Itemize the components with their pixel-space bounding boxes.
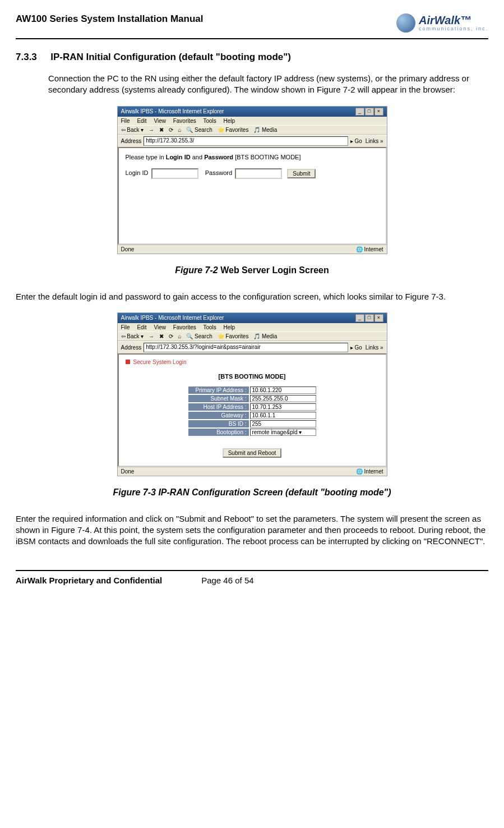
search-button[interactable]: 🔍 Search — [186, 127, 212, 133]
stop-button[interactable]: ✖ — [159, 333, 164, 339]
menubar: File Edit View Favorites Tools Help — [118, 323, 387, 332]
footer-page: Page 46 of 54 — [201, 576, 253, 585]
home-button[interactable]: ⌂ — [178, 333, 181, 339]
gateway-input[interactable]: 10.60.1.1 — [250, 412, 316, 419]
window-titlebar: Airwalk IPBS - Microsoft Internet Explor… — [118, 107, 387, 117]
bootoption-select[interactable]: remote image&pld ▾ — [250, 429, 316, 436]
menu-help[interactable]: Help — [224, 118, 235, 124]
maximize-icon[interactable]: □ — [365, 314, 374, 322]
go-button[interactable]: ▸ Go — [350, 138, 362, 144]
submit-reboot-button[interactable]: Submit and Reboot — [223, 448, 282, 458]
forward-button[interactable]: → — [149, 333, 154, 339]
primary-ip-input[interactable]: 10.60.1.220 — [250, 387, 316, 394]
menu-view[interactable]: View — [154, 324, 166, 330]
address-bar: Address http://172.30.255.3/?loginid=air… — [118, 341, 387, 353]
refresh-button[interactable]: ⟳ — [169, 333, 173, 339]
figure-7-3: Airwalk IPBS - Microsoft Internet Explor… — [117, 312, 387, 476]
footer-rule — [16, 570, 488, 571]
status-internet: 🌐 Internet — [356, 468, 383, 475]
paragraph-1: Connection the PC to the RN using either… — [48, 73, 488, 96]
submit-button[interactable]: Submit — [287, 169, 316, 178]
page-footer: AirWalk Proprietary and Confidential Pag… — [16, 576, 488, 585]
menubar: File Edit View Favorites Tools Help — [118, 117, 387, 125]
minimize-icon[interactable]: _ — [355, 108, 364, 116]
subnet-mask-input[interactable]: 255.255.255.0 — [250, 395, 316, 402]
config-table: Primary IP Address :10.60.1.220 Subnet M… — [187, 385, 317, 437]
address-input[interactable]: http://172.30.255.3/ — [144, 136, 348, 146]
login-id-input[interactable] — [151, 168, 198, 179]
favorites-button[interactable]: ⭐ Favorites — [218, 333, 249, 339]
paragraph-3: Enter the required information and click… — [16, 513, 488, 548]
header-rule — [16, 38, 488, 39]
window-buttons: _□× — [355, 314, 383, 322]
status-done: Done — [121, 468, 135, 475]
close-icon[interactable]: × — [374, 314, 383, 322]
toolbar: ⇦ Back ▾ → ✖ ⟳ ⌂ 🔍 Search ⭐ Favorites 🎵 … — [118, 332, 387, 341]
bootoption-label: Bootoption : — [188, 429, 249, 436]
stop-button[interactable]: ✖ — [159, 127, 164, 133]
login-instruction: Please type in Login ID and Password [BT… — [126, 154, 379, 160]
figure-7-2-caption: Figure 7-2 Web Server Login Screen — [16, 265, 488, 275]
status-internet: 🌐 Internet — [356, 246, 383, 252]
logo-brand: AirWalk — [419, 14, 460, 26]
login-id-label: Login ID — [126, 169, 149, 176]
bsid-input[interactable]: 255 — [250, 420, 316, 427]
menu-edit[interactable]: Edit — [137, 118, 146, 124]
menu-view[interactable]: View — [154, 118, 166, 124]
status-bar: Done 🌐 Internet — [118, 467, 387, 476]
doc-title: AW100 Series System Installation Manual — [16, 13, 203, 25]
menu-tools[interactable]: Tools — [203, 324, 216, 330]
menu-file[interactable]: File — [121, 118, 130, 124]
paragraph-2: Enter the default login id and password … — [16, 291, 488, 302]
bsid-label: BS ID : — [188, 420, 249, 427]
password-label: Password — [205, 169, 232, 176]
globe-icon — [396, 13, 415, 33]
search-button[interactable]: 🔍 Search — [186, 333, 212, 339]
close-icon[interactable]: × — [374, 108, 383, 116]
forward-button[interactable]: → — [149, 127, 154, 133]
section-title: IP-RAN Initial Configuration (default "b… — [50, 52, 291, 63]
favorites-button[interactable]: ⭐ Favorites — [218, 127, 249, 133]
window-title: Airwalk IPBS - Microsoft Internet Explor… — [121, 315, 224, 321]
window-title: Airwalk IPBS - Microsoft Internet Explor… — [121, 108, 224, 114]
host-ip-label: Host IP Address : — [188, 403, 249, 411]
address-bar: Address http://172.30.255.3/ ▸ Go Links … — [118, 135, 387, 147]
back-button[interactable]: ⇦ Back ▾ — [121, 333, 144, 339]
primary-ip-label: Primary IP Address : — [188, 387, 249, 394]
figure-7-2: Airwalk IPBS - Microsoft Internet Explor… — [117, 106, 387, 254]
secure-login-text: Secure System Login — [133, 359, 187, 365]
media-button[interactable]: 🎵 Media — [253, 127, 277, 133]
subnet-mask-label: Subnet Mask : — [188, 395, 249, 402]
back-button[interactable]: ⇦ Back ▾ — [121, 127, 144, 133]
figure-7-3-caption: Figure 7-3 IP-RAN Configuration Screen (… — [16, 487, 488, 498]
menu-help[interactable]: Help — [224, 324, 235, 330]
address-label: Address — [121, 138, 142, 144]
links-button[interactable]: Links » — [366, 138, 383, 144]
menu-favorites[interactable]: Favorites — [173, 324, 196, 330]
page-content: Please type in Login ID and Password [BT… — [118, 147, 387, 245]
host-ip-input[interactable]: 10.70.1.253 — [250, 403, 316, 411]
toolbar: ⇦ Back ▾ → ✖ ⟳ ⌂ 🔍 Search ⭐ Favorites 🎵 … — [118, 125, 387, 135]
logo-sub: communications, inc. — [419, 26, 488, 31]
status-bar: Done 🌐 Internet — [118, 245, 387, 254]
links-button[interactable]: Links » — [366, 344, 383, 351]
media-button[interactable]: 🎵 Media — [253, 333, 277, 339]
address-input[interactable]: http://172.30.255.3/?loginid=air&pass=ai… — [144, 343, 348, 352]
window-buttons: _□× — [355, 108, 383, 116]
refresh-button[interactable]: ⟳ — [169, 127, 173, 133]
status-done: Done — [121, 246, 135, 252]
password-input[interactable] — [235, 168, 282, 179]
menu-favorites[interactable]: Favorites — [173, 118, 196, 124]
gateway-label: Gateway : — [188, 412, 249, 419]
menu-file[interactable]: File — [121, 324, 130, 330]
menu-tools[interactable]: Tools — [203, 118, 216, 124]
home-button[interactable]: ⌂ — [178, 127, 181, 133]
footer-proprietary: AirWalk Proprietary and Confidential — [16, 576, 162, 585]
section-number: 7.3.3 — [16, 52, 48, 63]
go-button[interactable]: ▸ Go — [350, 344, 362, 351]
menu-edit[interactable]: Edit — [137, 324, 146, 330]
address-label: Address — [121, 344, 142, 351]
window-titlebar: Airwalk IPBS - Microsoft Internet Explor… — [118, 313, 387, 323]
minimize-icon[interactable]: _ — [355, 314, 364, 322]
maximize-icon[interactable]: □ — [365, 108, 374, 116]
